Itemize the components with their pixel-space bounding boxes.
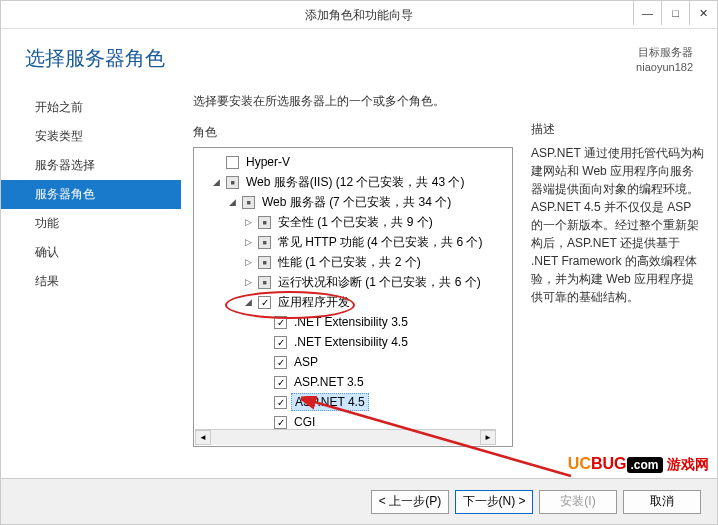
scroll-right-icon[interactable]: ►: [480, 430, 496, 445]
sidebar-item[interactable]: 开始之前: [1, 93, 181, 122]
checkbox[interactable]: [274, 396, 287, 409]
checkbox[interactable]: [274, 356, 287, 369]
tree-node[interactable]: .NET Extensibility 4.5: [196, 332, 510, 352]
collapse-icon[interactable]: ◢: [226, 197, 238, 207]
roles-column: 选择要安装在所选服务器上的一个或多个角色。 角色 Hyper-V◢Web 服务器…: [193, 93, 513, 475]
window-controls: — □ ✕: [633, 1, 717, 25]
page-title: 选择服务器角色: [25, 45, 165, 72]
tree-node[interactable]: Hyper-V: [196, 152, 510, 172]
tree-label[interactable]: 应用程序开发: [275, 293, 353, 312]
tree-label[interactable]: 安全性 (1 个已安装，共 9 个): [275, 213, 436, 232]
checkbox[interactable]: [226, 156, 239, 169]
main: 开始之前安装类型服务器选择服务器角色功能确认结果 选择要安装在所选服务器上的一个…: [1, 85, 717, 475]
tree-label[interactable]: CGI: [291, 414, 318, 430]
checkbox[interactable]: [258, 296, 271, 309]
tree-node[interactable]: ▷性能 (1 个已安装，共 2 个): [196, 252, 510, 272]
expand-icon[interactable]: ▷: [242, 237, 254, 247]
sidebar-item[interactable]: 确认: [1, 238, 181, 267]
cancel-button[interactable]: 取消: [623, 490, 701, 514]
footer: < 上一步(P) 下一步(N) > 安装(I) 取消: [1, 478, 717, 524]
destination-server: 目标服务器 niaoyun182: [636, 45, 693, 75]
tree-label[interactable]: Web 服务器(IIS) (12 个已安装，共 43 个): [243, 173, 467, 192]
next-button[interactable]: 下一步(N) >: [455, 490, 533, 514]
install-button: 安装(I): [539, 490, 617, 514]
intro-text: 选择要安装在所选服务器上的一个或多个角色。: [193, 93, 513, 110]
checkbox[interactable]: [258, 256, 271, 269]
tree-label[interactable]: 运行状况和诊断 (1 个已安装，共 6 个): [275, 273, 484, 292]
tree-node[interactable]: ◢Web 服务器 (7 个已安装，共 34 个): [196, 192, 510, 212]
tree-label[interactable]: 性能 (1 个已安装，共 2 个): [275, 253, 424, 272]
tree-label[interactable]: 常见 HTTP 功能 (4 个已安装，共 6 个): [275, 233, 485, 252]
scroll-track[interactable]: [211, 430, 480, 445]
description-column: 描述 ASP.NET 通过使用托管代码为构建网站和 Web 应用程序向服务器端提…: [531, 93, 705, 475]
expand-icon[interactable]: ▷: [242, 257, 254, 267]
expand-icon[interactable]: ▷: [242, 217, 254, 227]
prev-button[interactable]: < 上一步(P): [371, 490, 449, 514]
checkbox[interactable]: [274, 376, 287, 389]
sidebar-item[interactable]: 功能: [1, 209, 181, 238]
tree-label[interactable]: Web 服务器 (7 个已安装，共 34 个): [259, 193, 454, 212]
header: 选择服务器角色 目标服务器 niaoyun182: [1, 29, 717, 85]
tree-node[interactable]: ▷安全性 (1 个已安装，共 9 个): [196, 212, 510, 232]
checkbox[interactable]: [258, 216, 271, 229]
close-icon[interactable]: ✕: [689, 1, 717, 25]
tree-node[interactable]: ◢应用程序开发: [196, 292, 510, 312]
content: 选择要安装在所选服务器上的一个或多个角色。 角色 Hyper-V◢Web 服务器…: [181, 85, 717, 475]
tree-label[interactable]: ASP.NET 4.5: [291, 393, 369, 411]
collapse-icon[interactable]: ◢: [210, 177, 222, 187]
tree-node[interactable]: ASP.NET 4.5: [196, 392, 510, 412]
dest-label: 目标服务器: [636, 45, 693, 60]
expand-icon[interactable]: ▷: [242, 277, 254, 287]
tree-node[interactable]: ASP: [196, 352, 510, 372]
description-header: 描述: [531, 121, 705, 138]
titlebar: 添加角色和功能向导 — □ ✕: [1, 1, 717, 29]
tree-label[interactable]: .NET Extensibility 3.5: [291, 314, 411, 330]
dest-name: niaoyun182: [636, 60, 693, 75]
tree-label[interactable]: ASP.NET 3.5: [291, 374, 367, 390]
checkbox[interactable]: [226, 176, 239, 189]
tree-label[interactable]: Hyper-V: [243, 154, 293, 170]
tree-node[interactable]: ▷常见 HTTP 功能 (4 个已安装，共 6 个): [196, 232, 510, 252]
sidebar-item[interactable]: 服务器选择: [1, 151, 181, 180]
tree-label[interactable]: .NET Extensibility 4.5: [291, 334, 411, 350]
window-title: 添加角色和功能向导: [305, 8, 413, 22]
checkbox[interactable]: [274, 416, 287, 429]
checkbox[interactable]: [242, 196, 255, 209]
scrollbar-horizontal[interactable]: ◄ ►: [195, 429, 496, 445]
spacer: [531, 93, 705, 107]
tree-node[interactable]: ◢Web 服务器(IIS) (12 个已安装，共 43 个): [196, 172, 510, 192]
checkbox[interactable]: [258, 276, 271, 289]
scroll-left-icon[interactable]: ◄: [195, 430, 211, 445]
sidebar: 开始之前安装类型服务器选择服务器角色功能确认结果: [1, 85, 181, 475]
tree-label[interactable]: ASP: [291, 354, 321, 370]
tree-node[interactable]: ASP.NET 3.5: [196, 372, 510, 392]
checkbox[interactable]: [258, 236, 271, 249]
checkbox[interactable]: [274, 336, 287, 349]
roles-tree[interactable]: Hyper-V◢Web 服务器(IIS) (12 个已安装，共 43 个)◢We…: [193, 147, 513, 447]
sidebar-item[interactable]: 结果: [1, 267, 181, 296]
maximize-icon[interactable]: □: [661, 1, 689, 25]
minimize-icon[interactable]: —: [633, 1, 661, 25]
collapse-icon[interactable]: ◢: [242, 297, 254, 307]
roles-header: 角色: [193, 124, 513, 141]
checkbox[interactable]: [274, 316, 287, 329]
sidebar-item[interactable]: 服务器角色: [1, 180, 181, 209]
tree-node[interactable]: ▷运行状况和诊断 (1 个已安装，共 6 个): [196, 272, 510, 292]
sidebar-item[interactable]: 安装类型: [1, 122, 181, 151]
description-text: ASP.NET 通过使用托管代码为构建网站和 Web 应用程序向服务器端提供面向…: [531, 144, 705, 306]
tree-node[interactable]: .NET Extensibility 3.5: [196, 312, 510, 332]
